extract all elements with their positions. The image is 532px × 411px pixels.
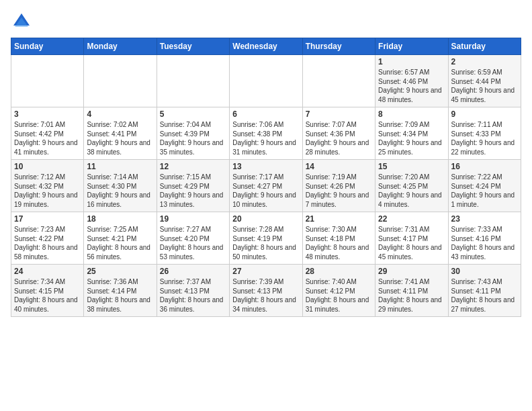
calendar-cell: 18Sunrise: 7:25 AM Sunset: 4:21 PM Dayli… [84,212,157,265]
calendar-cell: 23Sunrise: 7:33 AM Sunset: 4:16 PM Dayli… [448,212,521,265]
day-info: Sunrise: 7:01 AM Sunset: 4:42 PM Dayligh… [14,120,81,156]
weekday-header-row: SundayMondayTuesdayWednesdayThursdayFrid… [11,38,521,55]
calendar-cell: 1Sunrise: 6:57 AM Sunset: 4:46 PM Daylig… [375,55,448,107]
day-info: Sunrise: 7:04 AM Sunset: 4:39 PM Dayligh… [160,120,226,156]
day-info: Sunrise: 7:14 AM Sunset: 4:30 PM Dayligh… [87,173,153,209]
day-number: 26 [160,267,226,276]
day-number: 2 [451,57,518,66]
calendar-cell: 14Sunrise: 7:19 AM Sunset: 4:26 PM Dayli… [302,160,375,212]
calendar-week-row: 17Sunrise: 7:23 AM Sunset: 4:22 PM Dayli… [11,212,521,265]
day-number: 12 [160,162,226,171]
calendar-week-row: 10Sunrise: 7:12 AM Sunset: 4:32 PM Dayli… [11,160,521,212]
day-info: Sunrise: 7:02 AM Sunset: 4:41 PM Dayligh… [87,120,153,156]
day-number: 9 [451,109,518,119]
calendar-cell: 2Sunrise: 6:59 AM Sunset: 4:44 PM Daylig… [448,55,521,107]
calendar-cell: 28Sunrise: 7:40 AM Sunset: 4:12 PM Dayli… [302,265,375,317]
day-number: 6 [232,109,299,119]
calendar-cell: 21Sunrise: 7:30 AM Sunset: 4:18 PM Dayli… [302,212,375,265]
day-info: Sunrise: 7:37 AM Sunset: 4:13 PM Dayligh… [160,277,226,314]
day-number: 13 [232,162,299,171]
day-info: Sunrise: 7:12 AM Sunset: 4:32 PM Dayligh… [14,173,81,209]
day-info: Sunrise: 6:59 AM Sunset: 4:44 PM Dayligh… [451,68,518,104]
day-number: 15 [378,162,445,171]
day-number: 11 [87,162,153,171]
weekday-header: Monday [84,38,157,55]
calendar-cell: 24Sunrise: 7:34 AM Sunset: 4:15 PM Dayli… [11,265,84,317]
day-number: 16 [451,162,518,171]
day-info: Sunrise: 7:20 AM Sunset: 4:25 PM Dayligh… [378,173,445,209]
day-info: Sunrise: 7:15 AM Sunset: 4:29 PM Dayligh… [160,173,226,209]
calendar-week-row: 3Sunrise: 7:01 AM Sunset: 4:42 PM Daylig… [11,107,521,160]
day-info: Sunrise: 7:40 AM Sunset: 4:12 PM Dayligh… [306,277,372,314]
day-number: 17 [14,214,81,224]
day-number: 24 [14,267,81,276]
day-number: 27 [232,267,299,276]
day-number: 4 [87,109,153,119]
calendar-table: SundayMondayTuesdayWednesdayThursdayFrid… [11,38,521,317]
day-number: 3 [14,109,81,119]
weekday-header: Tuesday [157,38,229,55]
day-number: 18 [87,214,153,224]
weekday-header: Wednesday [230,38,302,55]
calendar-cell: 11Sunrise: 7:14 AM Sunset: 4:30 PM Dayli… [84,160,157,212]
calendar-cell: 29Sunrise: 7:41 AM Sunset: 4:11 PM Dayli… [375,265,448,317]
calendar-cell: 8Sunrise: 7:09 AM Sunset: 4:34 PM Daylig… [375,107,448,160]
day-number: 22 [378,214,445,224]
day-info: Sunrise: 7:06 AM Sunset: 4:38 PM Dayligh… [232,120,299,156]
calendar-cell: 13Sunrise: 7:17 AM Sunset: 4:27 PM Dayli… [230,160,302,212]
day-number: 10 [14,162,81,171]
calendar-cell [84,55,157,107]
calendar-cell: 17Sunrise: 7:23 AM Sunset: 4:22 PM Dayli… [11,212,84,265]
calendar-cell: 27Sunrise: 7:39 AM Sunset: 4:13 PM Dayli… [230,265,302,317]
day-info: Sunrise: 7:39 AM Sunset: 4:13 PM Dayligh… [232,277,299,314]
day-info: Sunrise: 7:11 AM Sunset: 4:33 PM Dayligh… [451,120,518,156]
calendar-cell: 22Sunrise: 7:31 AM Sunset: 4:17 PM Dayli… [375,212,448,265]
day-number: 7 [306,109,372,119]
calendar-cell: 30Sunrise: 7:43 AM Sunset: 4:11 PM Dayli… [448,265,521,317]
day-number: 21 [306,214,372,224]
calendar-cell: 20Sunrise: 7:28 AM Sunset: 4:19 PM Dayli… [230,212,302,265]
day-number: 25 [87,267,153,276]
day-number: 1 [378,57,445,66]
day-number: 8 [378,109,445,119]
calendar-week-row: 24Sunrise: 7:34 AM Sunset: 4:15 PM Dayli… [11,265,521,317]
calendar-cell [302,55,375,107]
day-info: Sunrise: 7:30 AM Sunset: 4:18 PM Dayligh… [306,225,372,261]
day-info: Sunrise: 7:36 AM Sunset: 4:14 PM Dayligh… [87,277,153,314]
calendar-cell: 4Sunrise: 7:02 AM Sunset: 4:41 PM Daylig… [84,107,157,160]
calendar-cell: 5Sunrise: 7:04 AM Sunset: 4:39 PM Daylig… [157,107,229,160]
day-number: 29 [378,267,445,276]
calendar-week-row: 1Sunrise: 6:57 AM Sunset: 4:46 PM Daylig… [11,55,521,107]
day-info: Sunrise: 7:27 AM Sunset: 4:20 PM Dayligh… [160,225,226,261]
day-number: 20 [232,214,299,224]
calendar-cell [11,55,84,107]
day-info: Sunrise: 6:57 AM Sunset: 4:46 PM Dayligh… [378,68,445,104]
calendar-cell: 7Sunrise: 7:07 AM Sunset: 4:36 PM Daylig… [302,107,375,160]
calendar-cell: 6Sunrise: 7:06 AM Sunset: 4:38 PM Daylig… [230,107,302,160]
calendar-cell: 12Sunrise: 7:15 AM Sunset: 4:29 PM Dayli… [157,160,229,212]
weekday-header: Sunday [11,38,84,55]
day-info: Sunrise: 7:41 AM Sunset: 4:11 PM Dayligh… [378,277,445,314]
logo [11,11,35,32]
calendar-cell [157,55,229,107]
day-info: Sunrise: 7:25 AM Sunset: 4:21 PM Dayligh… [87,225,153,261]
calendar-cell: 15Sunrise: 7:20 AM Sunset: 4:25 PM Dayli… [375,160,448,212]
day-number: 19 [160,214,226,224]
day-info: Sunrise: 7:07 AM Sunset: 4:36 PM Dayligh… [306,120,372,156]
day-number: 23 [451,214,518,224]
calendar-cell: 9Sunrise: 7:11 AM Sunset: 4:33 PM Daylig… [448,107,521,160]
weekday-header: Friday [375,38,448,55]
logo-icon [11,11,32,32]
day-number: 28 [306,267,372,276]
day-info: Sunrise: 7:43 AM Sunset: 4:11 PM Dayligh… [451,277,518,314]
calendar-cell [230,55,302,107]
calendar-cell: 3Sunrise: 7:01 AM Sunset: 4:42 PM Daylig… [11,107,84,160]
calendar-cell: 26Sunrise: 7:37 AM Sunset: 4:13 PM Dayli… [157,265,229,317]
calendar-cell: 16Sunrise: 7:22 AM Sunset: 4:24 PM Dayli… [448,160,521,212]
day-info: Sunrise: 7:33 AM Sunset: 4:16 PM Dayligh… [451,225,518,261]
page-header [11,11,521,32]
calendar-cell: 19Sunrise: 7:27 AM Sunset: 4:20 PM Dayli… [157,212,229,265]
day-info: Sunrise: 7:34 AM Sunset: 4:15 PM Dayligh… [14,277,81,314]
day-number: 5 [160,109,226,119]
day-info: Sunrise: 7:19 AM Sunset: 4:26 PM Dayligh… [306,173,372,209]
